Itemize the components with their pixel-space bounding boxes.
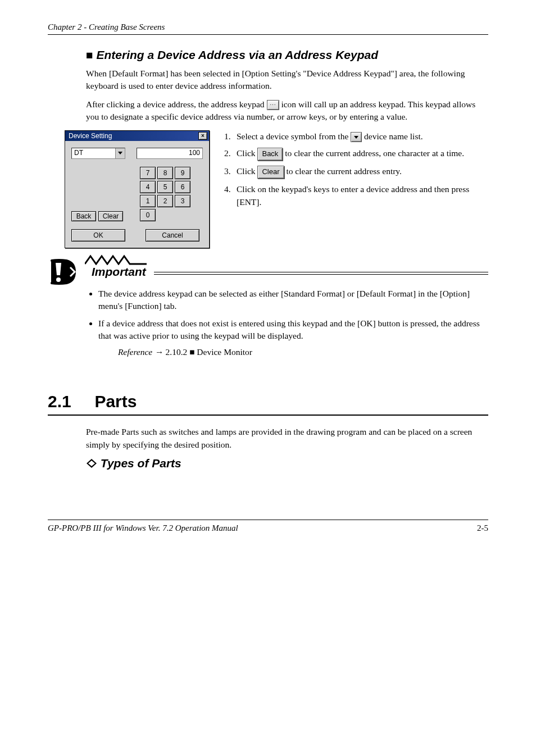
intro-text-a: After clicking a device address, the add… bbox=[86, 99, 267, 109]
footer-rule bbox=[48, 520, 488, 520]
back-icon-btn: Back bbox=[257, 148, 283, 161]
key-7[interactable]: 7 bbox=[140, 167, 156, 179]
device-type-value: DT bbox=[72, 148, 115, 158]
footer-page-number: 2-5 bbox=[477, 523, 488, 533]
dialog-title: Device Setting bbox=[69, 132, 112, 140]
step-text: Click bbox=[237, 148, 257, 158]
important-note: Important The device address keypad can … bbox=[48, 258, 488, 358]
step-num: 3. bbox=[224, 165, 237, 179]
step-text: to clear the current address, one charac… bbox=[285, 148, 464, 158]
reference-text: 2.10.2 ■ Device Monitor bbox=[166, 347, 252, 357]
step-num: 2. bbox=[224, 147, 237, 161]
parts-paragraph: Pre-made Parts such as switches and lamp… bbox=[86, 426, 488, 451]
header-rule bbox=[48, 34, 488, 35]
thick-rule bbox=[48, 415, 488, 416]
step-2: 2. Click Back to clear the current addre… bbox=[224, 147, 488, 161]
key-9[interactable]: 9 bbox=[175, 167, 190, 179]
key-3[interactable]: 3 bbox=[175, 195, 190, 207]
footer-left: GP-PRO/PB III for Windows Ver. 7.2 Opera… bbox=[48, 523, 238, 533]
section-number-heading: 2.1 Parts bbox=[48, 392, 488, 411]
step-text: Click bbox=[237, 166, 257, 176]
reference-icon: Reference → bbox=[118, 347, 163, 357]
key-4[interactable]: 4 bbox=[140, 181, 156, 193]
step-4: 4. Click on the keypad's keys to enter a… bbox=[224, 183, 488, 208]
chevron-down-icon bbox=[351, 132, 362, 142]
step-text: Click on the keypad's keys to enter a de… bbox=[237, 183, 488, 208]
back-button[interactable]: Back bbox=[71, 211, 96, 221]
double-rule bbox=[154, 272, 488, 275]
clear-icon-btn: Clear bbox=[257, 166, 284, 179]
section-title: Parts bbox=[94, 392, 137, 411]
ok-button[interactable]: OK bbox=[71, 229, 125, 242]
step-text: to clear the current address entry. bbox=[286, 166, 402, 176]
types-of-parts-heading: Types of Parts bbox=[86, 457, 488, 470]
step-text: Select a device symbol from the bbox=[237, 131, 351, 141]
diamond-icon bbox=[86, 458, 97, 468]
step-1: 1. Select a device symbol from the devic… bbox=[224, 130, 488, 143]
close-icon[interactable]: × bbox=[198, 132, 207, 140]
key-0[interactable]: 0 bbox=[140, 209, 156, 221]
section-heading: ■ Entering a Device Address via an Addre… bbox=[86, 48, 488, 62]
svg-point-0 bbox=[56, 277, 61, 282]
bullet-text: If a device address that does not exist … bbox=[98, 318, 480, 340]
zigzag-icon bbox=[85, 254, 152, 265]
dialog-titlebar: Device Setting × bbox=[65, 131, 209, 141]
numeric-keypad: 7 8 9 4 5 6 1 2 3 0 bbox=[140, 167, 190, 221]
intro-paragraph-1: When [Default Format] has been selected … bbox=[86, 67, 488, 93]
key-5[interactable]: 5 bbox=[157, 181, 173, 193]
key-2[interactable]: 2 bbox=[157, 195, 173, 207]
clear-button[interactable]: Clear bbox=[98, 211, 123, 221]
step-num: 1. bbox=[224, 130, 237, 143]
important-label: Important bbox=[92, 265, 146, 279]
step-num: 4. bbox=[224, 183, 237, 208]
device-setting-dialog: Device Setting × DT 100 Back Clear bbox=[65, 130, 210, 248]
key-8[interactable]: 8 bbox=[157, 167, 173, 179]
device-type-dropdown[interactable]: DT bbox=[71, 148, 125, 159]
ellipsis-icon bbox=[267, 100, 279, 110]
chapter-header: Chapter 2 - Creating Base Screens bbox=[48, 22, 488, 32]
instruction-list: 1. Select a device symbol from the devic… bbox=[224, 130, 488, 213]
bullet-2: If a device address that does not exist … bbox=[98, 317, 488, 358]
chevron-down-icon bbox=[115, 148, 125, 158]
step-text: device name list. bbox=[364, 131, 423, 141]
step-3: 3. Click Clear to clear the current addr… bbox=[224, 165, 488, 179]
dialog-body: DT 100 Back Clear 7 8 9 bbox=[65, 141, 209, 248]
key-6[interactable]: 6 bbox=[175, 181, 190, 193]
bullet-1: The device address keypad can be selecte… bbox=[98, 288, 488, 313]
section-number: 2.1 bbox=[48, 392, 71, 411]
address-input[interactable]: 100 bbox=[137, 148, 203, 159]
key-1[interactable]: 1 bbox=[140, 195, 156, 207]
cancel-button[interactable]: Cancel bbox=[146, 229, 199, 242]
exclamation-icon bbox=[48, 258, 84, 285]
subhead-text: Types of Parts bbox=[101, 457, 181, 470]
intro-paragraph-2: After clicking a device address, the add… bbox=[86, 98, 488, 124]
